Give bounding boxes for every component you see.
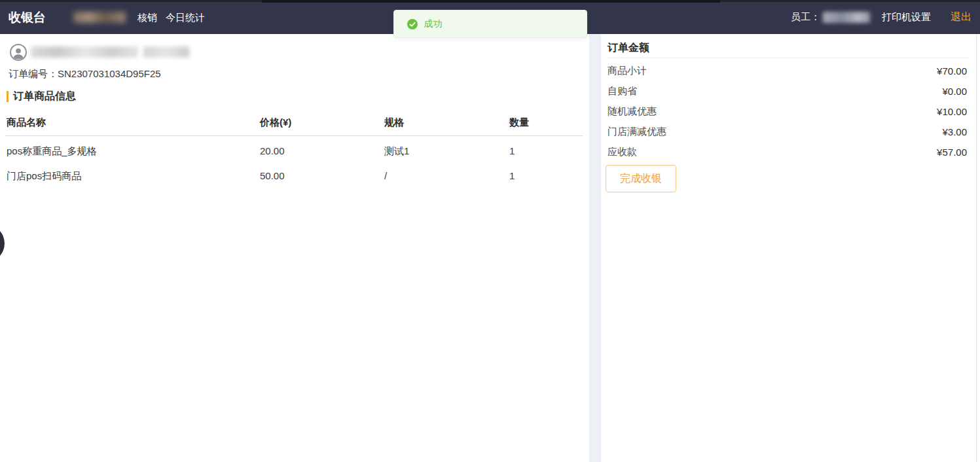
store-name-blurred: [73, 12, 126, 23]
table-header-name: 商品名称: [7, 116, 46, 129]
item-name: pos称重商品_多规格: [7, 145, 97, 158]
panel-divider: [589, 34, 601, 462]
summary-label: 自购省: [608, 85, 637, 98]
success-check-icon: [407, 19, 418, 29]
customer-avatar-icon: [10, 44, 27, 61]
summary-label: 商品小计: [608, 65, 647, 77]
order-number-label: 订单编号：: [9, 68, 58, 79]
section-title-text: 订单商品信息: [13, 90, 76, 103]
pos-cashier-screen: 收银台 核销 今日统计 员工： 打印机设置 退出 成功 订单编号：S: [0, 0, 980, 462]
summary-label: 门店满减优惠: [608, 126, 666, 138]
order-number-value: SN2307031034D95F25: [58, 68, 161, 79]
summary-title-divider: [608, 58, 969, 58]
customer-name-blurred: [31, 46, 138, 58]
customer-phone-blurred: [143, 46, 189, 58]
nav-item-today-stats[interactable]: 今日统计: [166, 0, 205, 34]
summary-value: ¥70.00: [937, 65, 967, 77]
summary-label: 应收款: [608, 146, 637, 158]
summary-row-subtotal: 商品小计 ¥70.00: [608, 64, 967, 77]
table-header-divider: [5, 135, 583, 136]
order-number-line: 订单编号：SN2307031034D95F25: [9, 68, 161, 80]
summary-row-random-discount: 随机减优惠 ¥10.00: [608, 105, 967, 118]
item-price: 20.00: [260, 145, 285, 156]
order-amount-panel: 订单金额 商品小计 ¥70.00 自购省 ¥0.00 随机减优惠 ¥10.00 …: [601, 34, 980, 462]
logout-link[interactable]: 退出: [951, 10, 971, 24]
summary-value: ¥0.00: [942, 86, 967, 97]
item-name: 门店pos扫码商品: [7, 170, 81, 183]
summary-row-store-discount: 门店满减优惠 ¥3.00: [608, 125, 967, 138]
item-qty: 1: [509, 145, 515, 156]
employee-name-blurred: [823, 12, 870, 23]
summary-row-self-purchase-save: 自购省 ¥0.00: [608, 84, 967, 98]
section-title-order-items: 订单商品信息: [7, 90, 76, 103]
app-title: 收银台: [9, 0, 46, 34]
summary-value: ¥10.00: [937, 106, 967, 117]
item-qty: 1: [509, 170, 515, 181]
summary-label: 随机减优惠: [608, 105, 657, 118]
summary-title: 订单金额: [608, 41, 649, 55]
section-accent-bar: [7, 91, 9, 102]
summary-value: ¥57.00: [937, 147, 967, 158]
table-header-price: 价格(¥): [260, 116, 291, 129]
order-detail-panel: 订单编号：SN2307031034D95F25 订单商品信息 商品名称 价格(¥…: [0, 34, 589, 462]
summary-value: ¥3.00: [942, 126, 967, 137]
item-price: 50.00: [260, 170, 285, 181]
table-header-qty: 数量: [509, 116, 529, 129]
nav-item-verification[interactable]: 核销: [137, 0, 157, 34]
success-toast: 成功: [393, 10, 587, 38]
printer-settings-link[interactable]: 打印机设置: [882, 11, 931, 24]
item-spec: /: [384, 170, 387, 181]
navbar-right-group: 员工： 打印机设置 退出: [791, 0, 971, 34]
toast-message: 成功: [424, 18, 443, 30]
scrollbar-track-edge: [976, 34, 977, 462]
employee-label: 员工：: [791, 11, 820, 24]
complete-checkout-button[interactable]: 完成收银: [606, 165, 676, 192]
window-top-edge-dark: [262, 0, 720, 3]
table-header-spec: 规格: [384, 116, 404, 129]
summary-row-amount-due: 应收款 ¥57.00: [608, 145, 967, 158]
item-spec: 测试1: [384, 145, 409, 158]
